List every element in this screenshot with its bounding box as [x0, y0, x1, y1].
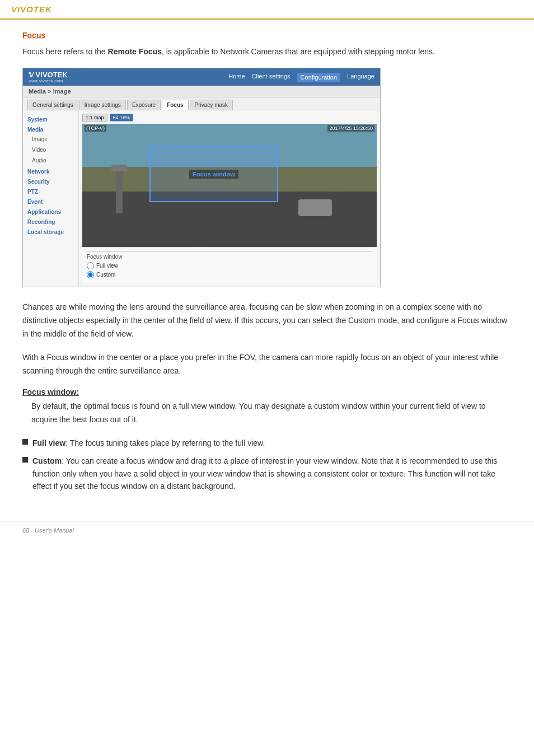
ui-logo-sub: www.vivotek.com [29, 79, 68, 83]
ui-tabs: General settings Image settings Exposure… [23, 97, 380, 110]
radio-full-view-input[interactable] [87, 262, 94, 269]
intro-text: Focus here refers to the Remote Focus, i… [22, 45, 512, 58]
bullet-content-custom: Custom: You can create a focus window an… [32, 455, 512, 492]
brand-logo: VIVOTEK [11, 4, 52, 14]
ui-toolbar: 1:1 map 64 16% [82, 114, 377, 122]
bullet-full-view: Full view: The focus tuning takes place … [22, 437, 512, 449]
sidebar-item-local-storage[interactable]: Local storage [23, 226, 78, 236]
body-para2: With a Focus window in the center or a p… [22, 351, 512, 378]
tab-image-settings[interactable]: Image settings [79, 100, 126, 110]
sidebar-item-applications[interactable]: Applications [23, 206, 78, 216]
focus-window-label: Focus window [189, 170, 238, 179]
bullet-text-full-view: : The focus tuning takes place by referr… [65, 438, 265, 447]
sidebar-item-security[interactable]: Security [23, 176, 78, 186]
ui-sidebar: System Media Image Video Audio Network S… [23, 110, 79, 287]
sidebar-item-recording[interactable]: Recording [23, 216, 78, 226]
bullet-label-custom: Custom [32, 456, 62, 465]
tab-privacy-mask[interactable]: Privacy mask [190, 100, 233, 110]
radio-full-view[interactable]: Full view [87, 262, 372, 269]
sidebar-item-media[interactable]: Media [23, 124, 78, 134]
bullet-label-full-view: Full view [32, 438, 65, 447]
top-bar: VIVOTEK [0, 0, 534, 20]
sidebar-item-ptz[interactable]: PTZ [23, 186, 78, 196]
radio-full-view-label: Full view [96, 263, 118, 269]
btn-1-1-map[interactable]: 1:1 map [82, 114, 107, 122]
sidebar-item-event[interactable]: Event [23, 196, 78, 206]
sidebar-item-image[interactable]: Image [23, 134, 78, 144]
ui-breadcrumb: Media > Image [23, 86, 380, 97]
ui-topbar: 𝕍 VIVOTEK www.vivotek.com Home Client se… [23, 68, 380, 86]
section-title: Focus [22, 31, 512, 40]
nav-client-settings[interactable]: Client settings [252, 73, 291, 82]
sidebar-item-audio[interactable]: Audio [23, 155, 78, 166]
sidebar-item-network[interactable]: Network [23, 166, 78, 176]
btn-zoom-level[interactable]: 64 16% [110, 114, 134, 122]
ui-logo: 𝕍 VIVOTEK www.vivotek.com [29, 71, 68, 83]
ui-logo-area: 𝕍 VIVOTEK www.vivotek.com [29, 71, 68, 83]
ui-nav-links: Home Client settings Configuration Langu… [228, 73, 374, 82]
nav-configuration[interactable]: Configuration [297, 73, 340, 82]
nav-home[interactable]: Home [228, 73, 245, 82]
ui-logo-text: 𝕍 VIVOTEK [29, 71, 68, 79]
ui-main: 1:1 map 64 16% (TCP-V) 2017/4/25 15:26:5… [79, 110, 380, 287]
bullet-icon-custom [22, 457, 28, 463]
footer: 68 - User's Manual [0, 521, 534, 539]
tab-general-settings[interactable]: General settings [27, 100, 78, 110]
radio-custom[interactable]: Custom [87, 271, 372, 278]
focus-window-group-label: Focus window [87, 251, 372, 260]
tower-top [111, 165, 127, 171]
focus-window-box[interactable]: Focus window [149, 146, 278, 202]
footer-text: 68 - User's Manual [22, 527, 74, 534]
video-timestamp: 2017/4/25 15:26:50 [327, 125, 374, 132]
video-label-tcp: (TCP-V) [85, 125, 106, 132]
bullet-custom: Custom: You can create a focus window an… [22, 455, 512, 492]
radio-custom-input[interactable] [87, 271, 94, 278]
ui-mockup: 𝕍 VIVOTEK www.vivotek.com Home Client se… [22, 68, 381, 287]
body-para1: Chances are while moving the lens around… [22, 301, 512, 340]
subsection-title: Focus window: [22, 388, 512, 396]
tab-focus[interactable]: Focus [162, 100, 188, 110]
plane-shape [298, 199, 332, 216]
page-content: Focus Focus here refers to the Remote Fo… [0, 20, 534, 521]
sidebar-item-system[interactable]: System [23, 114, 78, 124]
tower-shape [116, 169, 123, 213]
bullet-content-full-view: Full view: The focus tuning takes place … [32, 437, 512, 449]
ui-settings-panel: Focus window Full view Custom [82, 247, 377, 283]
ui-video-area: (TCP-V) 2017/4/25 15:26:50 Focus window [82, 124, 377, 247]
bullet-text-custom: : You can create a focus window and drag… [32, 456, 497, 491]
bullet-icon-full-view [22, 439, 28, 445]
subsection-intro: By default, the optimal focus is found o… [31, 400, 512, 427]
sidebar-item-video[interactable]: Video [23, 144, 78, 155]
nav-language[interactable]: Language [347, 73, 374, 82]
tab-exposure[interactable]: Exposure [127, 100, 161, 110]
radio-custom-label: Custom [96, 272, 115, 278]
ui-body: System Media Image Video Audio Network S… [23, 110, 380, 287]
